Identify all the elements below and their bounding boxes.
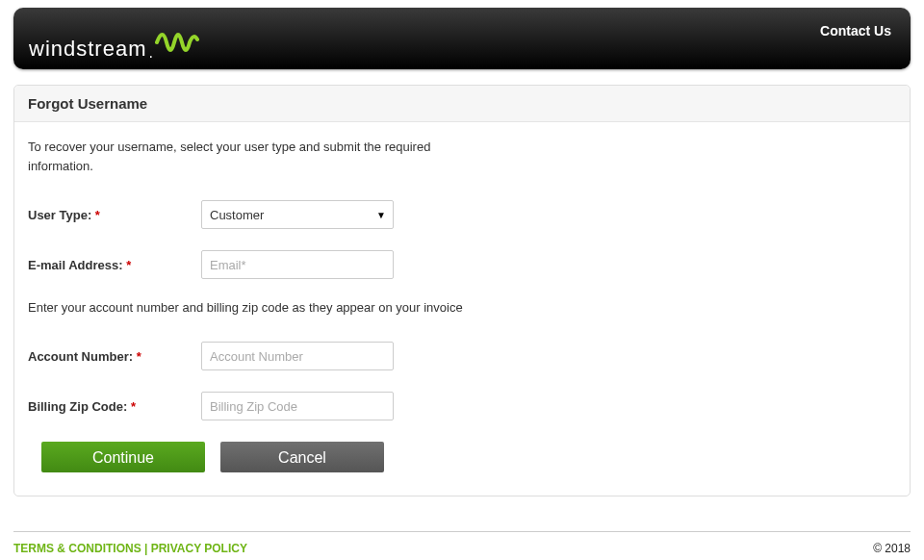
- footer: TERMS & CONDITIONS | PRIVACY POLICY © 20…: [0, 532, 924, 555]
- privacy-link[interactable]: PRIVACY POLICY: [151, 542, 247, 555]
- footer-links: TERMS & CONDITIONS | PRIVACY POLICY: [13, 542, 247, 555]
- header-bar: windstream . Contact Us: [13, 8, 911, 69]
- intro-text: To recover your username, select your us…: [28, 138, 432, 175]
- forgot-username-panel: Forgot Username To recover your username…: [13, 85, 911, 496]
- billing-zip-row: Billing Zip Code: *: [28, 392, 896, 420]
- terms-link[interactable]: TERMS & CONDITIONS: [13, 542, 141, 555]
- user-type-select[interactable]: Customer: [201, 200, 394, 229]
- continue-button[interactable]: Continue: [41, 442, 205, 472]
- button-row: Continue Cancel: [28, 442, 896, 472]
- email-row: E-mail Address: *: [28, 250, 896, 279]
- email-field[interactable]: [201, 250, 394, 279]
- panel-body: To recover your username, select your us…: [14, 122, 910, 496]
- brand-name: windstream: [29, 37, 146, 62]
- brand-logo: windstream .: [29, 25, 199, 62]
- brand-dot: .: [148, 44, 152, 62]
- wave-icon: [155, 25, 199, 64]
- cancel-button[interactable]: Cancel: [220, 442, 384, 472]
- footer-sep: |: [141, 542, 151, 555]
- contact-us-link[interactable]: Contact Us: [820, 23, 891, 38]
- user-type-row: User Type: * Customer ▼: [28, 200, 896, 229]
- account-instruction: Enter your account number and billing zi…: [28, 300, 896, 315]
- billing-zip-field[interactable]: [201, 392, 394, 420]
- user-type-label: User Type: *: [28, 208, 201, 222]
- copyright: © 2018: [873, 542, 911, 555]
- account-number-label: Account Number: *: [28, 349, 201, 364]
- billing-zip-label: Billing Zip Code: *: [28, 399, 201, 414]
- account-number-field[interactable]: [201, 342, 394, 370]
- panel-title: Forgot Username: [14, 86, 910, 122]
- email-label: E-mail Address: *: [28, 258, 201, 272]
- account-number-row: Account Number: *: [28, 342, 896, 370]
